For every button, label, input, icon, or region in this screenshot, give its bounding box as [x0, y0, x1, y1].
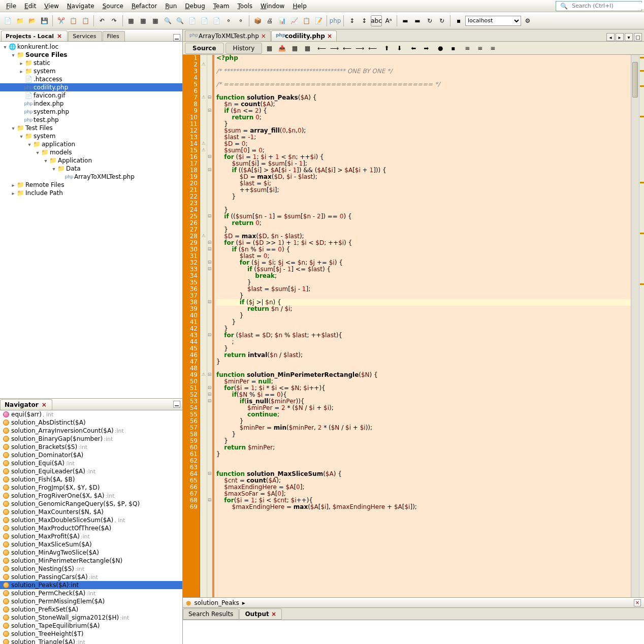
menu-source[interactable]: Source [99, 2, 127, 11]
tree-twisty[interactable]: ▸ [18, 60, 24, 66]
navigator-item[interactable]: equi($arr), int [0, 410, 182, 418]
tb-icon[interactable]: ▦ [150, 15, 161, 26]
tree-twisty[interactable]: ▸ [10, 182, 16, 188]
zoom-out-icon[interactable]: 🔍 [174, 15, 185, 26]
tb-icon[interactable]: ▬ [412, 15, 423, 26]
editor-toolbar-icon[interactable]: 📤 [276, 43, 287, 54]
new-project-button[interactable]: 📁 [14, 15, 25, 26]
close-icon[interactable]: × [57, 33, 62, 40]
navigator-item[interactable]: solution_PermCheck($A):int [0, 589, 182, 597]
navigator-item[interactable]: solution_TapeEquilibrium($A) [0, 622, 182, 630]
navigator-item[interactable]: solution_Equi($A):int [0, 459, 182, 467]
editor-toolbar-icon[interactable]: ⟵ [341, 43, 352, 54]
tree-item[interactable]: ▾📁Data [0, 165, 182, 173]
tb-icon[interactable]: abc [371, 15, 382, 26]
editor-toolbar-icon[interactable]: ⟶ [329, 43, 340, 54]
panel-tab-services[interactable]: Services [68, 31, 102, 41]
tb-icon[interactable]: ▬ [400, 15, 411, 26]
editor-toolbar-icon[interactable]: ⬇ [394, 43, 405, 54]
tree-twisty[interactable]: ▾ [35, 150, 41, 155]
tb-icon[interactable]: 🖨 [264, 15, 275, 26]
overview-ruler[interactable] [639, 55, 644, 597]
maximize-button[interactable]: □ [634, 33, 642, 41]
tb-icon[interactable]: Aᵃ [383, 15, 394, 26]
tb-icon[interactable]: 📊 [276, 15, 287, 26]
menu-run[interactable]: Run [161, 2, 181, 11]
navigator-item[interactable]: solution_Brackets($S):int [0, 443, 182, 451]
copy-button[interactable]: 📋 [68, 15, 79, 26]
menu-tools[interactable]: Tools [234, 2, 257, 11]
navigator-item[interactable]: solution_Dominator($A) [0, 451, 182, 459]
navigator-item[interactable]: solution_Peaks($A):int [0, 581, 182, 589]
zoom-in-icon[interactable]: 🔍 [162, 15, 173, 26]
tree-item[interactable]: phpindex.php [0, 100, 182, 108]
tb-icon[interactable]: ↻ [436, 15, 447, 26]
cut-button[interactable]: ✂️ [55, 15, 67, 26]
bottom-tab-output[interactable]: Output × [239, 608, 282, 620]
next-tab-button[interactable]: ▸ [616, 33, 624, 41]
navigator-item[interactable]: solution_MaxCounters($N, $A) [0, 508, 182, 516]
menu-view[interactable]: View [40, 2, 62, 11]
php-icon[interactable]: php [330, 15, 341, 26]
panel-tab-projects-local[interactable]: Projects - Local× [1, 30, 68, 41]
tree-item[interactable]: phpcodility.php [0, 83, 182, 91]
tree-item[interactable]: 📄.htaccess [0, 75, 182, 83]
navigator-item[interactable]: solution_BinaryGap($number):int [0, 435, 182, 443]
tb-icon[interactable]: 📦 [252, 15, 263, 26]
breadcrumb-method[interactable]: solution_Peaks [194, 599, 239, 606]
tree-item[interactable]: phptest.php [0, 116, 182, 124]
undo-button[interactable]: ↶ [96, 15, 108, 26]
tb-icon[interactable]: 📄 [211, 15, 222, 26]
search-box[interactable]: 🔍 [556, 1, 642, 11]
navigator-item[interactable]: solution_Nesting($S):int [0, 565, 182, 573]
tree-item[interactable]: ▾📁system [0, 132, 182, 140]
open-button[interactable]: 📂 [26, 15, 38, 26]
menu-help[interactable]: Help [288, 2, 310, 11]
menu-team[interactable]: Team [209, 2, 234, 11]
navigator-item[interactable]: solution_AbsDistinct($A) [0, 418, 182, 427]
output-panel[interactable] [183, 620, 644, 644]
tb-icon[interactable]: ↻ [424, 15, 435, 26]
tb-icon[interactable]: ▪ [453, 15, 464, 26]
navigator-item[interactable]: solution_Fish($A, $B) [0, 475, 182, 484]
tree-twisty[interactable]: ▾ [43, 158, 49, 164]
navigator-item[interactable]: solution_ArrayInversionCount($A):int [0, 427, 182, 435]
menu-window[interactable]: Window [256, 2, 288, 11]
navigator-item[interactable]: solution_FrogJmp($X, $Y, $D) [0, 484, 182, 492]
minimize-button[interactable] [173, 401, 180, 408]
tree-item[interactable]: ▾📁Application [0, 156, 182, 165]
editor-toolbar-icon[interactable]: ▦ [289, 43, 300, 54]
tree-item[interactable]: ▸📁Include Path [0, 189, 182, 197]
navigator-item[interactable]: solution_TreeHeight($T) [0, 630, 182, 638]
menu-refactor[interactable]: Refactor [127, 2, 161, 11]
code-area[interactable]: <?php/* ********************************… [214, 55, 631, 597]
close-icon[interactable]: × [42, 401, 47, 408]
close-icon[interactable]: × [327, 33, 332, 40]
tree-twisty[interactable]: ▾ [2, 44, 8, 50]
tb-icon[interactable]: ↕ [359, 15, 370, 26]
new-file-button[interactable]: 📄 [2, 15, 13, 26]
navigator-item[interactable]: solution_MaxProductOfThree($A) [0, 524, 182, 532]
editor-toolbar-icon[interactable]: ⟵ [367, 43, 378, 54]
tree-twisty[interactable]: ▾ [51, 166, 57, 172]
navigator-tab[interactable]: Navigator× [0, 399, 52, 410]
editor-toolbar-icon[interactable]: ≡ [487, 43, 498, 54]
navigator-item[interactable]: solution_MinAvgTwoSlice($A) [0, 549, 182, 557]
tree-item[interactable]: ▾🌐konkurent.loc [0, 43, 182, 51]
tb-icon[interactable]: 📈 [288, 15, 300, 26]
tb-icon[interactable]: ⚬ [223, 15, 234, 26]
redo-button[interactable]: ↷ [109, 15, 120, 26]
navigator-item[interactable]: solution_MaxProfit($A):int [0, 532, 182, 540]
editor-toolbar-icon[interactable]: ⬆ [381, 43, 392, 54]
tb-icon[interactable]: ▦ [138, 15, 149, 26]
tree-twisty[interactable]: ▸ [10, 190, 16, 196]
source-tab-source[interactable]: Source [185, 43, 224, 54]
editor-toolbar-icon[interactable]: ● [435, 43, 446, 54]
menu-debug[interactable]: Debug [181, 2, 209, 11]
tree-item[interactable]: ▸📁system [0, 67, 182, 75]
editor-toolbar-icon[interactable]: ≡ [474, 43, 486, 54]
tree-item[interactable]: ▾📁Test Files [0, 124, 182, 132]
editor-toolbar-icon[interactable]: ▦ [302, 43, 313, 54]
tree-item[interactable]: ▸📁static [0, 59, 182, 67]
editor-toolbar-icon[interactable]: ▦ [264, 43, 275, 54]
